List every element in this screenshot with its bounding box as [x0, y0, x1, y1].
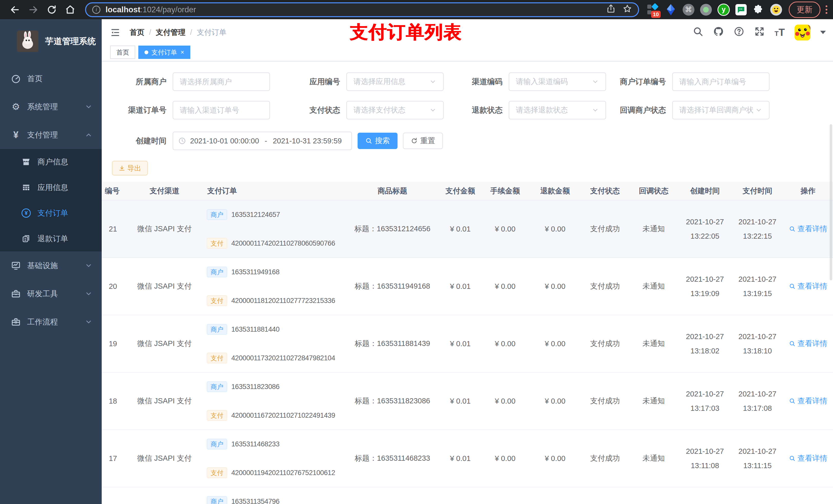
extension-badge: 10: [651, 11, 661, 18]
help-icon[interactable]: [734, 26, 744, 39]
view-detail-link[interactable]: 查看详情: [789, 224, 827, 234]
create-time-range-picker[interactable]: 2021-10-01 00:00:00 - 2021-10-31 23:59:5…: [173, 131, 352, 150]
merchant-tag: 商户: [207, 209, 227, 220]
merchant-order-no: 1635311949168: [231, 268, 280, 276]
channel-order-no-input[interactable]: [173, 101, 270, 119]
fullscreen-icon[interactable]: [754, 26, 765, 39]
notify-status-select[interactable]: 请选择订单回调商户状态: [672, 101, 769, 119]
table-row[interactable]: 18 微信 JSAPI 支付 商户 1635311823086 支付 42000…: [102, 373, 833, 430]
filter-label: 渠道订单号: [105, 105, 166, 116]
command-extension-icon[interactable]: ⌘: [683, 4, 694, 16]
sidebar-item-infrastructure[interactable]: 基础设施: [0, 251, 102, 280]
refund-amount: ¥ 0.00: [545, 225, 566, 233]
merchant-order-no-input[interactable]: [672, 72, 769, 91]
github-icon[interactable]: [713, 26, 724, 39]
sidebar-item-merchant-info[interactable]: 商户信息: [0, 149, 102, 175]
y-extension-icon[interactable]: y: [717, 4, 730, 16]
collapse-sidebar-icon[interactable]: [110, 27, 120, 38]
view-detail-link[interactable]: 查看详情: [789, 281, 827, 291]
sidebar-item-system[interactable]: ⚙ 系统管理: [0, 93, 102, 121]
product-title: 标题：1635311881439: [355, 339, 430, 347]
grid-icon: [21, 182, 31, 193]
bookmark-star-icon[interactable]: [623, 4, 632, 15]
refund-status-select[interactable]: 请选择退款状态: [509, 101, 606, 119]
sidebar-item-refund-order[interactable]: 退款订单: [0, 226, 102, 251]
breadcrumb-payment[interactable]: 支付管理: [156, 27, 186, 38]
view-detail-link[interactable]: 查看详情: [789, 339, 827, 349]
export-button[interactable]: 导出: [112, 161, 148, 175]
font-size-icon[interactable]: TT: [775, 27, 785, 38]
extensions-puzzle-icon[interactable]: [752, 4, 765, 16]
column-header: 支付时间: [732, 182, 783, 200]
table-row[interactable]: 19 微信 JSAPI 支付 商户 1635311881440 支付 42000…: [102, 315, 833, 373]
extension-pinned-icon[interactable]: 10: [647, 4, 659, 16]
order-id: 21: [109, 225, 117, 233]
tab-home[interactable]: 首页: [110, 46, 135, 59]
table-row[interactable]: 20 微信 JSAPI 支付 商户 1635311949168 支付 42000…: [102, 258, 833, 315]
pay-status: 支付成功: [590, 224, 620, 233]
close-tab-icon[interactable]: ×: [181, 49, 184, 55]
forward-icon[interactable]: [28, 5, 39, 15]
home-icon[interactable]: [65, 5, 75, 15]
breadcrumb-pay-order: 支付订单: [197, 27, 227, 38]
chevron-down-icon: [429, 78, 436, 85]
merchant-order-no: 1635311823086: [231, 383, 280, 391]
tab-pay-order[interactable]: 支付订单×: [138, 46, 190, 59]
order-id: 18: [109, 397, 117, 405]
back-icon[interactable]: [10, 5, 20, 15]
app-logo: 芋道管理系统: [0, 19, 102, 63]
profile-emoji-icon[interactable]: [770, 4, 782, 16]
user-avatar[interactable]: [794, 25, 810, 41]
view-detail-link[interactable]: 查看详情: [789, 453, 827, 463]
app-select[interactable]: 请选择应用信息: [346, 72, 444, 91]
avatar-dropdown-caret[interactable]: [820, 31, 826, 34]
sidebar-item-app-info[interactable]: 应用信息: [0, 175, 102, 200]
paid-time: 13:22:15: [732, 229, 783, 243]
search-button[interactable]: 搜索: [358, 133, 398, 149]
reset-button[interactable]: 重置: [403, 133, 443, 149]
table-row[interactable]: 17 微信 JSAPI 支付 商户 1635311468233 支付 42000…: [102, 430, 833, 487]
gear-icon: ⚙: [10, 101, 22, 113]
tabbar: 首页 支付订单×: [102, 46, 833, 62]
search-icon[interactable]: [693, 26, 704, 39]
refund-amount: ¥ 0.00: [545, 340, 566, 348]
sidebar-item-home[interactable]: 首页: [0, 65, 102, 93]
sidebar-item-pay-order[interactable]: ¥ 支付订单: [0, 200, 102, 226]
sidebar-nav: 首页 ⚙ 系统管理 ¥ 支付管理 商户信息: [0, 65, 102, 336]
update-button[interactable]: 更新: [789, 2, 820, 18]
created-time: 13:11:08: [678, 458, 732, 473]
share-icon[interactable]: [606, 4, 616, 15]
paid-date: 2021-10-27: [732, 387, 783, 401]
table-row[interactable]: 21 微信 JSAPI 支付 商户 1635312124657 支付 42000…: [102, 200, 833, 258]
notify-status: 未通知: [643, 454, 665, 462]
created-date: 2021-10-27: [678, 444, 732, 458]
channel-code-select[interactable]: 请输入渠道编码: [509, 72, 606, 91]
browser-menu-icon[interactable]: [826, 5, 827, 14]
kite-extension-icon[interactable]: [665, 4, 677, 16]
address-bar[interactable]: i localhost:1024/pay/order: [85, 2, 639, 17]
view-detail-link[interactable]: 查看详情: [789, 396, 827, 406]
pay-channel: 微信 JSAPI 支付: [137, 454, 192, 462]
sidebar-item-payment[interactable]: ¥ 支付管理: [0, 121, 102, 149]
merchant-select[interactable]: [173, 72, 270, 91]
chat-extension-icon[interactable]: [735, 4, 747, 15]
pay-status: 支付成功: [590, 339, 620, 347]
table-row[interactable]: 商户 1635311354796: [102, 487, 833, 504]
pay-channel: 微信 JSAPI 支付: [137, 397, 192, 405]
site-info-icon[interactable]: i: [92, 6, 100, 14]
document-copy-icon: [21, 234, 31, 244]
breadcrumb-home[interactable]: 首页: [129, 27, 144, 38]
reload-icon[interactable]: [47, 5, 57, 15]
created-date: 2021-10-27: [678, 215, 732, 229]
chevron-down-icon: [85, 290, 93, 297]
sidebar: 芋道管理系统 首页 ⚙ 系统管理 ¥ 支付管理: [0, 19, 102, 504]
yen-circle-icon: ¥: [21, 208, 31, 218]
scrollbar-thumb[interactable]: [830, 124, 832, 281]
paid-time: 13:11:15: [732, 458, 783, 473]
recorder-extension-icon[interactable]: [700, 4, 712, 16]
column-header: 支付状态: [581, 182, 629, 200]
merchant-order-no: 1635312124657: [231, 211, 280, 219]
sidebar-item-workflow[interactable]: 工作流程: [0, 308, 102, 336]
pay-status-select[interactable]: 请选择支付状态: [346, 101, 444, 119]
sidebar-item-dev-tools[interactable]: 研发工具: [0, 280, 102, 308]
